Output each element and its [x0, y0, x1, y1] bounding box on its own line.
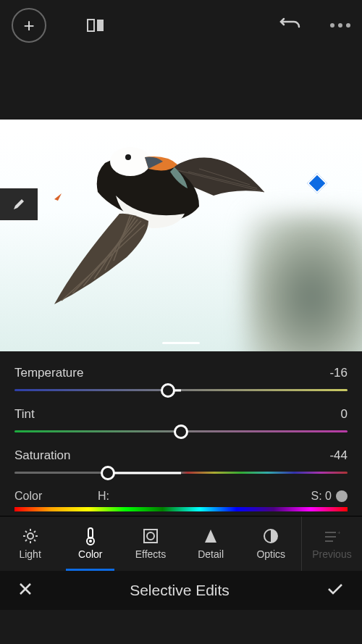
- dot-icon: [330, 23, 334, 28]
- tab-label: Effects: [135, 548, 167, 560]
- svg-point-3: [125, 154, 131, 160]
- hue-label: H:: [98, 490, 311, 503]
- drag-handle[interactable]: [162, 342, 200, 344]
- tab-detail[interactable]: Detail: [181, 517, 241, 571]
- tab-color[interactable]: Color: [60, 517, 120, 571]
- tab-label: Optics: [256, 548, 285, 560]
- temperature-slider[interactable]: Temperature -16: [14, 366, 348, 391]
- selection-pin-icon[interactable]: [307, 173, 327, 193]
- tab-effects[interactable]: Effects: [120, 517, 180, 571]
- svg-text:+: +: [337, 530, 340, 536]
- svg-rect-1: [97, 20, 104, 31]
- undo-button[interactable]: [279, 17, 301, 34]
- slider-thumb[interactable]: [161, 383, 175, 398]
- tab-light[interactable]: Light: [0, 517, 60, 571]
- slider-track[interactable]: [14, 472, 348, 474]
- color-label: Color: [14, 490, 98, 503]
- slider-track[interactable]: [14, 430, 348, 432]
- slider-value: -16: [329, 366, 348, 380]
- slider-thumb[interactable]: [174, 425, 188, 439]
- svg-line-10: [34, 540, 35, 541]
- tab-optics[interactable]: Optics: [241, 517, 301, 571]
- svg-rect-16: [144, 530, 157, 543]
- svg-line-9: [25, 531, 27, 532]
- compare-icon: [87, 17, 106, 33]
- saturation-slider[interactable]: Saturation -44: [14, 448, 348, 474]
- image-preview[interactable]: [0, 120, 362, 351]
- svg-line-12: [34, 531, 35, 532]
- svg-point-4: [28, 533, 33, 539]
- plus-icon: +: [23, 14, 34, 37]
- compare-button[interactable]: [87, 17, 106, 33]
- slider-value: -44: [329, 448, 348, 463]
- tab-label: Detail: [198, 548, 224, 560]
- tab-label: Color: [78, 548, 102, 560]
- check-icon: [327, 582, 343, 595]
- tab-previous[interactable]: + Previous: [301, 517, 362, 571]
- optics-icon: [262, 527, 279, 545]
- puffin-bird-illustration: [33, 127, 279, 315]
- svg-rect-13: [88, 528, 93, 538]
- close-icon: [19, 582, 32, 595]
- dot-icon: [338, 23, 342, 28]
- color-swatch-icon[interactable]: [336, 490, 348, 502]
- slider-track[interactable]: [14, 389, 348, 391]
- svg-point-17: [147, 532, 154, 540]
- dot-icon: [346, 23, 350, 28]
- more-button[interactable]: [330, 23, 350, 28]
- slider-label: Tint: [14, 407, 35, 422]
- cancel-button[interactable]: [19, 582, 32, 599]
- slider-label: Temperature: [14, 366, 83, 380]
- thermometer-icon: [83, 527, 98, 545]
- add-button[interactable]: +: [12, 8, 46, 43]
- effects-icon: [143, 527, 159, 545]
- tint-slider[interactable]: Tint 0: [14, 407, 348, 432]
- tab-label: Previous: [312, 548, 351, 560]
- color-picker-row[interactable]: Color H: S: 0: [14, 490, 348, 507]
- slider-label: Saturation: [14, 448, 71, 463]
- adjustment-tabs: Light Color Effects Detail Optics + Prev…: [0, 516, 362, 571]
- light-icon: [22, 527, 39, 545]
- slider-value: 0: [341, 407, 348, 422]
- svg-line-11: [25, 540, 27, 541]
- hue-strip[interactable]: [14, 507, 348, 511]
- detail-icon: [203, 527, 218, 545]
- previous-icon: +: [323, 527, 340, 545]
- brush-tool-button[interactable]: [0, 188, 38, 220]
- slider-thumb[interactable]: [101, 466, 115, 480]
- footer-title: Selective Edits: [32, 582, 327, 599]
- confirm-button[interactable]: [327, 582, 343, 599]
- svg-rect-0: [88, 20, 94, 31]
- brush-icon: [11, 196, 27, 212]
- top-toolbar: +: [0, 0, 362, 51]
- undo-icon: [279, 17, 301, 31]
- adjustment-panel: Temperature -16 Tint 0 Saturation -44 Co…: [0, 351, 362, 516]
- svg-point-15: [89, 540, 92, 543]
- footer-bar: Selective Edits: [0, 571, 362, 610]
- tab-label: Light: [19, 548, 41, 560]
- svg-point-2: [110, 147, 151, 176]
- sat-label: S: 0: [311, 490, 332, 503]
